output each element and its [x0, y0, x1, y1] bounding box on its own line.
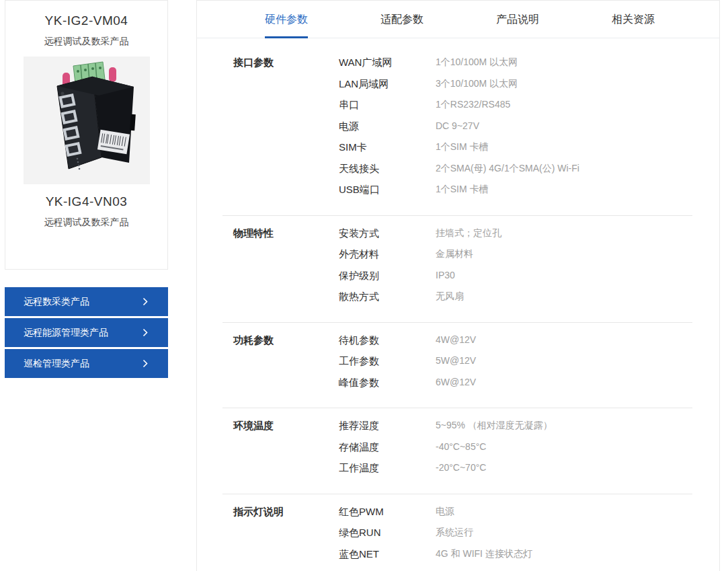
spec-row: 散热方式无风扇	[339, 286, 692, 307]
spec-key: 串口	[339, 94, 436, 116]
spec-value: 1个10/100M 以太网	[436, 52, 692, 73]
spec-key: 蓝色NET	[339, 543, 436, 565]
spec-value: DC 9~27V	[436, 116, 692, 137]
spec-section: 指示灯说明红色PWM电源绿色RUN系统运行蓝色NET4G 和 WIFI 连接状态…	[223, 494, 692, 571]
spec-section: 环境温度推荐湿度5~95% （相对湿度无凝露）存储温度-40°C~85°C工作温…	[223, 408, 692, 494]
tab-bar: 硬件参数 适配参数 产品说明 相关资源	[197, 1, 719, 38]
spec-key: USB端口	[339, 179, 436, 200]
nav-button-inspection-management[interactable]: 巡检管理类产品	[5, 349, 168, 378]
chevron-right-icon	[143, 297, 148, 306]
spec-value: 挂墙式；定位孔	[436, 223, 692, 244]
spec-table: 接口参数WAN广域网1个10/100M 以太网LAN局域网3个10/100M 以…	[197, 38, 719, 571]
nav-button-label: 远程能源管理类产品	[24, 327, 143, 339]
spec-row: 工作参数5W@12V	[339, 350, 692, 372]
spec-section: 物理特性安装方式挂墙式；定位孔外壳材料金属材料保护级别IP30散热方式无风扇	[223, 216, 692, 323]
spec-row: 工作温度-20°C~70°C	[339, 457, 692, 479]
spec-key: 保护级别	[339, 265, 436, 287]
chevron-right-icon	[143, 359, 148, 368]
spec-value: 系统运行	[436, 522, 692, 543]
spec-key: WAN广域网	[339, 52, 436, 73]
spec-key: LAN局域网	[339, 73, 436, 95]
spec-row: 蓝色NET4G 和 WIFI 连接状态灯	[339, 543, 692, 565]
product-panel: YK-IG2-VM04 远程调试及数采产品	[5, 0, 168, 270]
spec-value: 1个SIM 卡槽	[436, 137, 692, 158]
spec-key: 存储温度	[339, 436, 436, 458]
spec-key: 天线接头	[339, 158, 436, 180]
spec-value: 无风扇	[436, 286, 692, 307]
spec-key: 安装方式	[339, 223, 436, 244]
chevron-right-icon	[143, 328, 148, 337]
spec-value: 1个RS232/RS485	[436, 94, 692, 116]
spec-value: 1个SIM 卡槽	[436, 179, 692, 200]
spec-key: 外壳材料	[339, 243, 436, 265]
spec-key: 推荐湿度	[339, 415, 436, 436]
spec-value: -40°C~85°C	[436, 436, 692, 458]
spec-row: 电源DC 9~27V	[339, 116, 692, 137]
product-category-bottom: 远程调试及数采产品	[5, 217, 167, 229]
tab-related-resources[interactable]: 相关资源	[575, 1, 691, 38]
spec-row: 串口1个RS232/RS485	[339, 94, 692, 116]
spec-section-title: 功耗参数	[223, 330, 339, 393]
spec-value: 电源	[436, 501, 692, 523]
product-image[interactable]	[24, 56, 150, 184]
spec-key: 散热方式	[339, 286, 436, 307]
gateway-device-illustration	[24, 56, 150, 184]
spec-row: USB端口1个SIM 卡槽	[339, 179, 692, 200]
spec-row: 推荐湿度5~95% （相对湿度无凝露）	[339, 415, 692, 436]
spec-value: 5~95% （相对湿度无凝露）	[436, 415, 692, 436]
tab-product-description[interactable]: 产品说明	[460, 1, 575, 38]
tab-hardware-params[interactable]: 硬件参数	[229, 1, 344, 38]
spec-row: 天线接头2个SMA(母) 4G/1个SMA(公) Wi-Fi	[339, 158, 692, 180]
spec-key: 工作参数	[339, 350, 436, 372]
spec-row: WAN广域网1个10/100M 以太网	[339, 52, 692, 73]
spec-key: 绿色RUN	[339, 522, 436, 543]
spec-row: SIM卡1个SIM 卡槽	[339, 137, 692, 158]
spec-value: 4W@12V	[436, 330, 692, 351]
spec-key: 待机参数	[339, 330, 436, 351]
spec-value: 5W@12V	[436, 350, 692, 372]
spec-rows: 推荐湿度5~95% （相对湿度无凝露）存储温度-40°C~85°C工作温度-20…	[339, 415, 692, 479]
spec-section-title: 指示灯说明	[223, 501, 339, 565]
spec-panel: 硬件参数 适配参数 产品说明 相关资源 接口参数WAN广域网1个10/100M …	[196, 0, 720, 571]
spec-row: 待机参数4W@12V	[339, 330, 692, 351]
spec-rows: WAN广域网1个10/100M 以太网LAN局域网3个10/100M 以太网串口…	[339, 52, 692, 200]
spec-row: 峰值参数6W@12V	[339, 372, 692, 393]
category-nav: 远程数采类产品 远程能源管理类产品 巡检管理类产品	[5, 287, 168, 380]
nav-button-remote-energy-management[interactable]: 远程能源管理类产品	[5, 318, 168, 347]
spec-key: 峰值参数	[339, 372, 436, 393]
spec-rows: 安装方式挂墙式；定位孔外壳材料金属材料保护级别IP30散热方式无风扇	[339, 223, 692, 307]
spec-value: 2个SMA(母) 4G/1个SMA(公) Wi-Fi	[436, 158, 692, 180]
spec-value: 3个10/100M 以太网	[436, 73, 692, 95]
nav-button-label: 远程数采类产品	[24, 296, 143, 308]
spec-row: 外壳材料金属材料	[339, 243, 692, 265]
product-name-top[interactable]: YK-IG2-VM04	[5, 13, 167, 28]
spec-section: 接口参数WAN广域网1个10/100M 以太网LAN局域网3个10/100M 以…	[223, 45, 692, 216]
spec-key: SIM卡	[339, 137, 436, 158]
antenna-connector-right	[109, 67, 116, 82]
nav-button-label: 巡检管理类产品	[24, 358, 143, 370]
spec-value: -20°C~70°C	[436, 457, 692, 479]
spec-row: 保护级别IP30	[339, 265, 692, 287]
nav-button-remote-data-collection[interactable]: 远程数采类产品	[5, 287, 168, 316]
spec-row: LAN局域网3个10/100M 以太网	[339, 73, 692, 95]
spec-value: 6W@12V	[436, 372, 692, 393]
spec-section-title: 物理特性	[223, 223, 339, 307]
spec-row: 存储温度-40°C~85°C	[339, 436, 692, 458]
spec-row: 红色PWM电源	[339, 501, 692, 523]
spec-section: 功耗参数待机参数4W@12V工作参数5W@12V峰值参数6W@12V	[223, 323, 692, 409]
product-name-bottom[interactable]: YK-IG4-VN03	[5, 194, 167, 209]
spec-rows: 红色PWM电源绿色RUN系统运行蓝色NET4G 和 WIFI 连接状态灯	[339, 501, 692, 565]
spec-value: 金属材料	[436, 243, 692, 265]
spec-rows: 待机参数4W@12V工作参数5W@12V峰值参数6W@12V	[339, 330, 692, 393]
spec-key: 电源	[339, 116, 436, 137]
product-category-top: 远程调试及数采产品	[5, 36, 167, 48]
spec-section-title: 接口参数	[223, 52, 339, 200]
spec-value: 4G 和 WIFI 连接状态灯	[436, 543, 692, 565]
spec-row: 安装方式挂墙式；定位孔	[339, 223, 692, 244]
spec-key: 工作温度	[339, 457, 436, 479]
spec-section-title: 环境温度	[223, 415, 339, 479]
spec-value: IP30	[436, 265, 692, 287]
spec-row: 绿色RUN系统运行	[339, 522, 692, 543]
spec-key: 红色PWM	[339, 501, 436, 523]
tab-adaptation-params[interactable]: 适配参数	[344, 1, 460, 38]
